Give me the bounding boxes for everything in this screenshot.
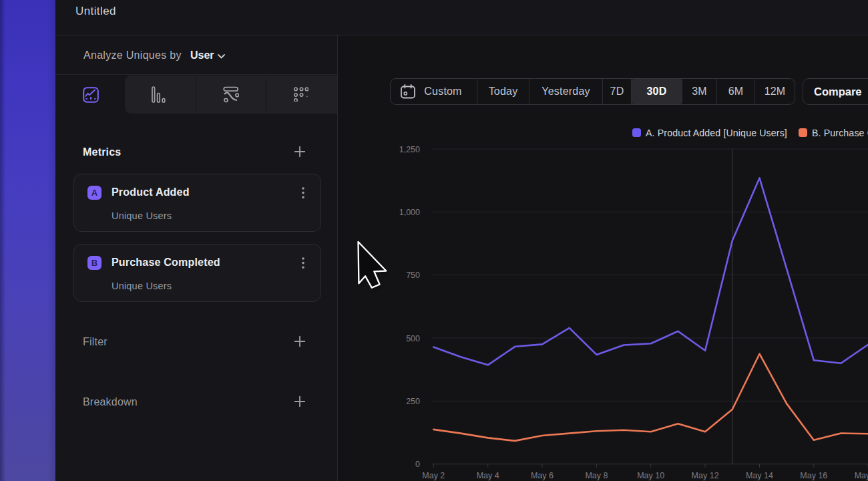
svg-text:250: 250 bbox=[406, 397, 420, 406]
svg-text:0: 0 bbox=[415, 460, 420, 469]
svg-text:May 8: May 8 bbox=[585, 471, 608, 480]
svg-text:May 14: May 14 bbox=[746, 471, 773, 480]
svg-text:May 16: May 16 bbox=[800, 471, 827, 480]
svg-text:May 2: May 2 bbox=[422, 471, 445, 480]
svg-text:May 4: May 4 bbox=[477, 471, 499, 480]
svg-text:500: 500 bbox=[406, 334, 420, 343]
svg-text:1,250: 1,250 bbox=[399, 145, 420, 154]
svg-text:1,000: 1,000 bbox=[399, 208, 420, 217]
svg-text:May 6: May 6 bbox=[531, 471, 554, 480]
svg-text:May 12: May 12 bbox=[692, 471, 719, 480]
svg-text:May 18: May 18 bbox=[855, 471, 868, 480]
svg-text:May 10: May 10 bbox=[637, 471, 664, 480]
svg-text:750: 750 bbox=[406, 271, 420, 280]
